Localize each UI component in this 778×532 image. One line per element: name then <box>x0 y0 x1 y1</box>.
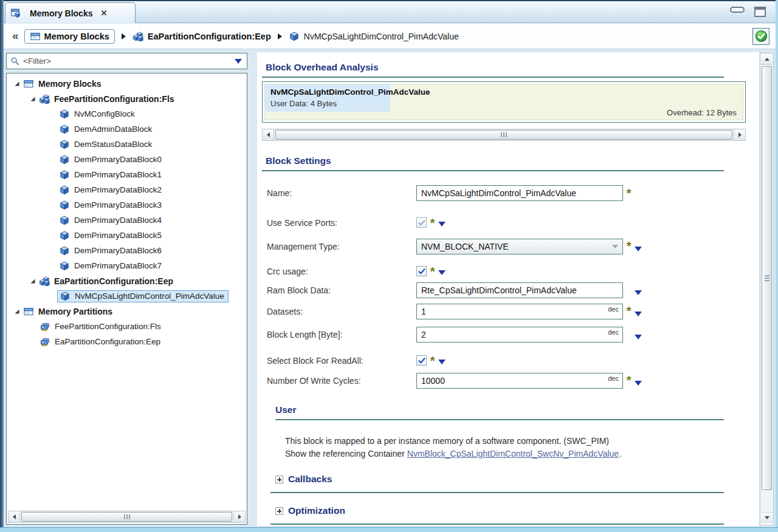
select-chevron-icon <box>612 245 618 248</box>
tree-item-partition-def[interactable]: FeePartitionConfiguration:Fls <box>7 319 247 334</box>
tree-item-partition-def[interactable]: EaPartitionConfiguration:Eep <box>7 334 247 349</box>
editor-vertical-scrollbar[interactable] <box>760 53 774 526</box>
tree-item-fee-partition[interactable]: FeePartitionConfiguration:Fls <box>7 91 247 106</box>
section-title-callbacks: Callbacks <box>288 474 332 485</box>
block-length-input[interactable]: 2 dec <box>416 327 623 343</box>
required-icon: * <box>625 307 633 315</box>
tree-item-memory-partitions[interactable]: Memory Partitions <box>7 304 247 319</box>
breadcrumb-arrow-icon <box>122 33 126 39</box>
block-icon <box>289 32 300 41</box>
maximize-icon[interactable] <box>754 7 766 17</box>
editor-tab-icon <box>10 9 21 18</box>
ram-block-data-input[interactable]: Rte_CpSaLightDimControl_PimAdcValue <box>416 282 623 298</box>
tree-item-block[interactable]: DemPrimaryDataBlock2 <box>7 182 247 197</box>
expand-arrow-icon[interactable] <box>30 278 39 284</box>
breadcrumb-item-memory-blocks[interactable]: Memory Blocks <box>24 29 115 44</box>
scrollbar-thumb[interactable] <box>762 66 772 490</box>
tree-item-block-selected[interactable]: NvMCpSaLightDimControl_PimAdcValue <box>7 288 247 304</box>
required-icon: * <box>625 242 633 250</box>
tree-item-label: DemStatusDataBlock <box>74 140 152 149</box>
options-dropdown-icon[interactable] <box>438 360 446 364</box>
options-dropdown-icon[interactable] <box>438 222 446 227</box>
tree-item-memory-blocks[interactable]: Memory Blocks <box>7 76 247 91</box>
scrollbar-thumb[interactable] <box>21 512 232 522</box>
tree-filter[interactable]: <Filter> <box>6 53 247 69</box>
scroll-up-icon[interactable] <box>761 54 773 65</box>
referencing-container-link[interactable]: NvmBlock_CpSaLightDimControl_SwcNv_PimAd… <box>407 449 619 459</box>
window-border-bottom <box>0 527 778 532</box>
memory-blocks-folder-icon <box>23 79 34 89</box>
crc-usage-checkbox[interactable] <box>416 266 427 276</box>
tree-item-label: EaPartitionConfiguration:Eep <box>55 337 160 346</box>
write-cycles-value: 10000 <box>421 376 445 386</box>
tree-item-block[interactable]: NvMConfigBlock <box>7 106 247 121</box>
breadcrumb-item-block[interactable]: NvMCpSaLightDimControl_PimAdcValue <box>289 32 459 41</box>
options-dropdown-icon[interactable] <box>635 335 642 339</box>
filter-dropdown-icon[interactable] <box>235 59 242 64</box>
options-dropdown-icon[interactable] <box>438 270 446 275</box>
scroll-down-icon[interactable] <box>761 512 773 523</box>
required-icon: * <box>625 189 633 197</box>
tree-item-label: NvMConfigBlock <box>74 109 135 118</box>
tree-item-block[interactable]: DemPrimaryDataBlock1 <box>7 167 247 182</box>
scroll-right-icon[interactable] <box>233 511 245 522</box>
tree-item-ea-partition[interactable]: EaPartitionConfiguration:Eep <box>7 273 247 288</box>
datasets-value: 1 <box>421 307 426 316</box>
section-callbacks[interactable]: Callbacks <box>275 474 332 485</box>
tree-item-block[interactable]: DemPrimaryDataBlock0 <box>7 152 247 167</box>
block-icon <box>59 155 70 165</box>
tree-item-block[interactable]: DemPrimaryDataBlock6 <box>7 243 247 258</box>
use-service-ports-checkbox[interactable] <box>416 217 427 228</box>
minimize-icon[interactable] <box>730 7 745 13</box>
required-icon: * <box>429 356 436 365</box>
datasets-input[interactable]: 1 dec <box>416 304 623 319</box>
tree-item-label: DemPrimaryDataBlock0 <box>74 155 162 164</box>
expand-arrow-icon[interactable] <box>14 81 23 87</box>
tree-item-block[interactable]: DemStatusDataBlock <box>7 137 247 152</box>
select-block-readall-checkbox[interactable] <box>416 355 427 366</box>
tree-item-block[interactable]: DemPrimaryDataBlock7 <box>7 258 247 273</box>
tree-item-label: DemPrimaryDataBlock1 <box>74 170 162 179</box>
validation-button[interactable] <box>752 28 769 45</box>
tree-item-block[interactable]: DemPrimaryDataBlock4 <box>7 213 247 228</box>
tree-item-label: Memory Blocks <box>38 79 101 89</box>
name-input[interactable]: NvMCpSaLightDimControl_PimAdcValue <box>416 185 623 201</box>
filter-input[interactable]: <Filter> <box>23 56 231 66</box>
collapse-breadcrumb-icon[interactable]: « <box>12 30 19 41</box>
tab-memory-blocks[interactable]: Memory Blocks ✕ <box>5 2 136 23</box>
close-icon[interactable]: ✕ <box>100 9 107 18</box>
breadcrumb-label: Memory Blocks <box>44 32 109 41</box>
expand-arrow-icon[interactable] <box>14 309 23 315</box>
expand-plus-icon[interactable] <box>275 476 283 483</box>
breadcrumb-item-partition[interactable]: EaPartitionConfiguration:Eep <box>133 32 271 41</box>
tree-item-block[interactable]: DemAdminDataBlock <box>7 121 247 137</box>
options-dropdown-icon[interactable] <box>635 312 642 316</box>
expand-plus-icon[interactable] <box>275 507 283 515</box>
field-label-block-length: Block Length [Byte]: <box>267 330 416 339</box>
field-label-use-service-ports: Use Service Ports: <box>267 218 416 228</box>
window-border-left <box>0 0 4 532</box>
tree-horizontal-scrollbar[interactable] <box>8 511 246 523</box>
tree-item-block[interactable]: DemPrimaryDataBlock5 <box>7 228 247 243</box>
tree-item-label: EaPartitionConfiguration:Eep <box>54 276 173 286</box>
breadcrumb-label: EaPartitionConfiguration:Eep <box>148 32 271 41</box>
scroll-left-icon[interactable] <box>9 511 20 522</box>
user-info-line2: Show the referencing Container NvmBlock_… <box>285 448 621 460</box>
block-icon <box>59 109 70 119</box>
window-border-right <box>776 0 778 532</box>
options-dropdown-icon[interactable] <box>635 381 642 386</box>
options-dropdown-icon[interactable] <box>635 290 642 295</box>
write-cycles-input[interactable]: 10000 dec <box>416 373 623 389</box>
management-type-select[interactable]: NVM_BLOCK_NATIVE <box>416 239 623 254</box>
block-icon <box>59 185 70 195</box>
tree-item-label: FeePartitionConfiguration:Fls <box>55 322 161 331</box>
block-icon <box>59 200 70 210</box>
field-label-select-block-readall: Select Block For ReadAll: <box>267 356 416 366</box>
field-label-write-cycles: Number Of Write Cycles: <box>267 376 416 386</box>
options-dropdown-icon[interactable] <box>635 247 642 251</box>
memory-partition-icon <box>40 337 50 347</box>
expand-arrow-icon[interactable] <box>30 96 39 102</box>
tree-item-block[interactable]: DemPrimaryDataBlock3 <box>7 197 247 213</box>
section-rule <box>270 523 724 525</box>
section-optimization[interactable]: Optimization <box>275 505 345 516</box>
